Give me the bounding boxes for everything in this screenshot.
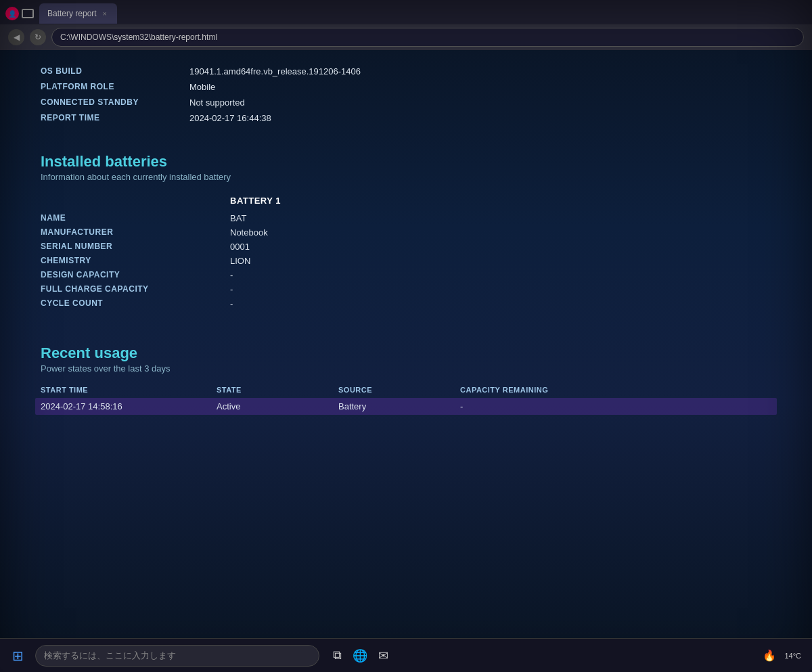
battery-design-capacity-row: DESIGN CAPACITY - — [41, 268, 771, 282]
connected-standby-value: Not supported — [189, 97, 245, 108]
battery-serial-label: SERIAL NUMBER — [41, 242, 230, 252]
usage-data-row-0: 2024-02-17 14:58:16 Active Battery - — [35, 398, 777, 415]
battery-table: BATTERY 1 NAME BAT MANUFACTURER Notebook… — [41, 196, 771, 311]
platform-role-value: Mobile — [189, 82, 215, 92]
recent-usage-title: Recent usage — [41, 344, 771, 362]
installed-batteries-title: Installed batteries — [41, 153, 771, 171]
battery-cycle-count-value: - — [230, 298, 233, 309]
report-time-value: 2024-02-17 16:44:38 — [189, 113, 271, 123]
back-button[interactable]: ◀ — [8, 29, 24, 45]
monitor-frame: 👤 Battery report × ◀ ↻ OS BUILD 19041.1.… — [0, 0, 812, 672]
battery-full-charge-label: FULL CHARGE CAPACITY — [41, 284, 230, 294]
window-icon — [22, 9, 34, 18]
battery-manufacturer-value: Notebook — [230, 227, 268, 238]
battery-name-value: BAT — [230, 213, 246, 223]
battery-manufacturer-label: MANUFACTURER — [41, 227, 230, 238]
taskbar-system-icons: 🔥 14°C — [763, 649, 807, 662]
taskbar-center-icons: ⧉ 🌐 ✉ — [333, 648, 388, 663]
taskbar: ⊞ 検索するには、ここに入力します ⧉ 🌐 ✉ 🔥 14°C — [0, 638, 812, 672]
platform-role-row: PLATFORM ROLE Mobile — [41, 79, 771, 95]
taskbar-task-view-icon[interactable]: ⧉ — [333, 648, 342, 663]
usage-header-row: START TIME STATE SOURCE CAPACITY REMAINI… — [41, 382, 771, 398]
active-tab[interactable]: Battery report × — [39, 3, 117, 24]
url-input[interactable] — [51, 28, 804, 47]
windows-start-icon: ⊞ — [12, 648, 24, 664]
battery-name-label: NAME — [41, 213, 230, 223]
taskbar-temperature: 14°C — [784, 652, 801, 660]
report-time-label: REPORT TIME — [41, 113, 189, 123]
refresh-icon: ↻ — [35, 32, 41, 42]
battery-serial-row: SERIAL NUMBER 0001 — [41, 240, 771, 254]
user-profile-icon: 👤 — [5, 7, 19, 20]
usage-state-0: Active — [217, 401, 338, 411]
system-info-section: OS BUILD 19041.1.amd64fre.vb_release.191… — [41, 50, 771, 126]
col-header-source: SOURCE — [338, 386, 460, 394]
battery-full-charge-value: - — [230, 284, 233, 294]
report-time-row: REPORT TIME 2024-02-17 16:44:38 — [41, 110, 771, 126]
usage-start-time-0: 2024-02-17 14:58:16 — [41, 401, 217, 411]
battery-name-row: NAME BAT — [41, 211, 771, 225]
col-header-state: STATE — [217, 386, 338, 394]
battery-chemistry-label: CHEMISTRY — [41, 256, 230, 266]
taskbar-search-box[interactable]: 検索するには、ここに入力します — [35, 645, 319, 667]
usage-capacity-0: - — [460, 401, 595, 411]
platform-role-label: PLATFORM ROLE — [41, 82, 189, 92]
weather-icon: 🔥 — [763, 649, 776, 662]
battery-design-capacity-label: DESIGN CAPACITY — [41, 270, 230, 280]
battery-cycle-count-label: CYCLE COUNT — [41, 298, 230, 309]
connected-standby-row: CONNECTED STANDBY Not supported — [41, 95, 771, 110]
connected-standby-label: CONNECTED STANDBY — [41, 97, 189, 108]
battery-design-capacity-value: - — [230, 270, 233, 280]
recent-usage-heading: Recent usage Power states over the last … — [41, 344, 771, 374]
col-header-start-time: START TIME — [41, 386, 217, 394]
battery-manufacturer-row: MANUFACTURER Notebook — [41, 225, 771, 240]
installed-batteries-heading: Installed batteries Information about ea… — [41, 153, 771, 182]
col-header-capacity: CAPACITY REMAINING — [460, 386, 595, 394]
taskbar-mail-icon[interactable]: ✉ — [378, 648, 388, 663]
os-build-value: 19041.1.amd64fre.vb_release.191206-1406 — [189, 66, 361, 76]
usage-table: START TIME STATE SOURCE CAPACITY REMAINI… — [41, 382, 771, 415]
tab-bar: 👤 Battery report × — [0, 0, 812, 24]
taskbar-browser-icon[interactable]: 🌐 — [353, 648, 367, 663]
refresh-button[interactable]: ↻ — [30, 29, 46, 45]
battery-serial-value: 0001 — [230, 242, 250, 252]
tab-close-button[interactable]: × — [101, 9, 109, 18]
start-button[interactable]: ⊞ — [5, 644, 30, 668]
browser-chrome: 👤 Battery report × ◀ ↻ — [0, 0, 812, 50]
recent-usage-subtitle: Power states over the last 3 days — [41, 363, 771, 374]
address-bar: ◀ ↻ — [0, 24, 812, 50]
tab-label: Battery report — [47, 9, 97, 18]
installed-batteries-subtitle: Information about each currently install… — [41, 172, 771, 182]
back-icon: ◀ — [14, 32, 20, 42]
usage-source-0: Battery — [338, 401, 460, 411]
battery-full-charge-row: FULL CHARGE CAPACITY - — [41, 282, 771, 296]
os-build-row: OS BUILD 19041.1.amd64fre.vb_release.191… — [41, 64, 771, 79]
taskbar-search-placeholder: 検索するには、ここに入力します — [44, 650, 176, 662]
os-build-label: OS BUILD — [41, 66, 189, 76]
battery-chemistry-value: LION — [230, 256, 250, 266]
battery-col-name: BATTERY 1 — [230, 196, 281, 206]
battery-chemistry-row: CHEMISTRY LION — [41, 254, 771, 268]
battery-cycle-count-row: CYCLE COUNT - — [41, 296, 771, 311]
battery-col-header: BATTERY 1 — [41, 196, 771, 206]
content-area: OS BUILD 19041.1.amd64fre.vb_release.191… — [0, 50, 812, 638]
recent-usage-section: Recent usage Power states over the last … — [41, 344, 771, 415]
